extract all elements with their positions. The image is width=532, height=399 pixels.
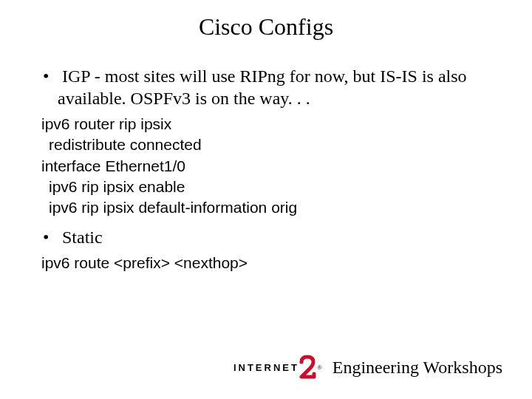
code-line: interface Ethernet1/0 <box>41 156 495 177</box>
code-line: ipv6 rip ipsix enable <box>41 177 495 197</box>
slide: Cisco Configs IGP - most sites will use … <box>0 0 532 399</box>
bullet-igp: IGP - most sites will use RIPng for now,… <box>37 65 495 109</box>
footer-text: Engineering Workshops <box>332 358 502 378</box>
config-block-rip: ipv6 router rip ipsix redistribute conne… <box>41 114 495 219</box>
bullet-static: Static <box>37 226 495 248</box>
slide-title: Cisco Configs <box>0 13 532 41</box>
bullet-static-text: Static <box>62 228 103 247</box>
code-line: ipv6 router rip ipsix <box>41 114 495 134</box>
logo-text-left: INTERNET <box>233 362 299 373</box>
footer: INTERNET ® Engineering Workshops <box>233 355 502 380</box>
logo-two-icon <box>297 355 318 380</box>
slide-body: IGP - most sites will use RIPng for now,… <box>37 65 495 281</box>
logo-registered: ® <box>317 364 322 371</box>
code-line: ipv6 rip ipsix default-information orig <box>41 197 495 218</box>
bullet-igp-text: IGP - most sites will use RIPng for now,… <box>58 66 467 108</box>
config-block-static: ipv6 route <prefix> <nexthop> <box>41 253 495 273</box>
code-line: ipv6 route <prefix> <nexthop> <box>41 253 495 273</box>
internet2-logo: INTERNET ® <box>233 355 322 380</box>
code-line: redistribute connected <box>41 134 495 155</box>
